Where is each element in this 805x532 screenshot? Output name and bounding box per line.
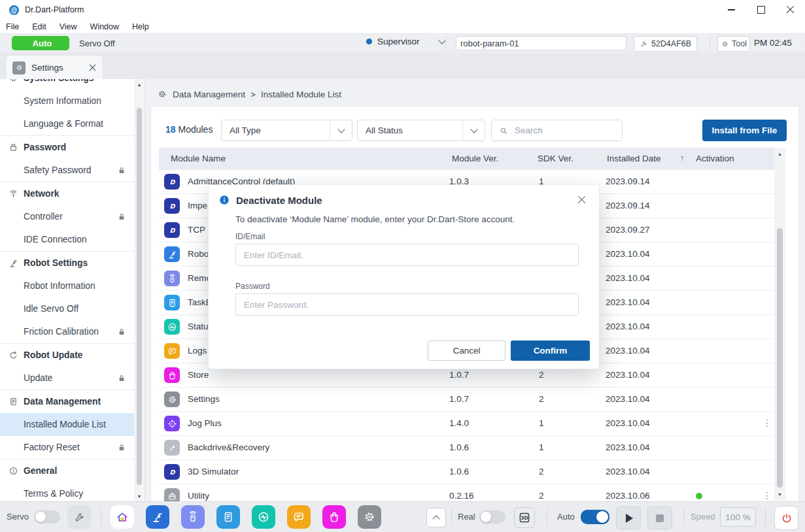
collapse-button[interactable]: [426, 508, 446, 527]
scroll-down-icon[interactable]: ▼: [774, 492, 785, 497]
logs-app-icon[interactable]: [287, 505, 311, 529]
sidebar-item[interactable]: Terms & Policy: [0, 482, 134, 502]
sidebar-item-label: Robot Update: [24, 350, 82, 360]
installed-date: 2023.10.04: [606, 249, 650, 259]
installed-date: 2023.10.04: [606, 467, 650, 476]
sidebar-item[interactable]: Idle Servo Off: [0, 297, 134, 320]
table-row[interactable]: Jog Plus 1.4.0 1 2023.10.04 ⋮: [159, 412, 774, 436]
table-scrollbar[interactable]: ▲ ▼: [774, 148, 785, 501]
sidebar-item[interactable]: Update: [0, 367, 134, 390]
sort-ascending-icon[interactable]: ↑: [680, 154, 684, 163]
sidebar-item[interactable]: System Information: [0, 90, 134, 112]
breadcrumb-section[interactable]: Data Management: [173, 90, 245, 99]
jog-tool-button[interactable]: [67, 505, 91, 529]
sidebar-item-label: General: [24, 466, 57, 476]
col-module-name[interactable]: Module Name: [171, 154, 226, 163]
scroll-down-icon[interactable]: ▼: [134, 494, 145, 499]
select-chevron-zone: [462, 120, 485, 141]
sidebar-item[interactable]: Robot Settings: [0, 251, 134, 274]
sidebar-item[interactable]: Installed Module List: [0, 413, 134, 436]
real-toggle[interactable]: [479, 510, 505, 524]
sidebar-item[interactable]: Safety Password: [0, 159, 134, 182]
table-row[interactable]: Backdrive&Recovery 1.0.6 1 2023.10.04 ⋮: [159, 436, 774, 460]
maximize-button[interactable]: [746, 0, 776, 20]
store-app-icon[interactable]: [322, 505, 346, 529]
power-button[interactable]: [774, 506, 798, 530]
auto-toggle[interactable]: [581, 510, 609, 524]
scroll-up-icon[interactable]: ▲: [774, 152, 785, 156]
device-id-badge[interactable]: 52D4AF6B: [634, 36, 697, 52]
installed-date: 2023.10.04: [606, 322, 650, 331]
row-menu-icon[interactable]: ⋮: [762, 490, 772, 501]
divider: [445, 36, 446, 51]
play-button[interactable]: [616, 507, 641, 529]
status-filter-select[interactable]: All Status: [357, 120, 485, 141]
user-role-dropdown[interactable]: Supervisor: [366, 37, 445, 46]
module-count-number: 18: [165, 124, 176, 135]
3d-view-button[interactable]: [514, 507, 535, 528]
scrollbar-thumb[interactable]: [137, 108, 142, 485]
col-sdk-ver[interactable]: SDK Ver.: [538, 154, 574, 163]
scroll-up-icon[interactable]: ▲: [134, 82, 145, 87]
id-email-field[interactable]: [235, 244, 579, 266]
sidebar-item[interactable]: System Settings: [0, 79, 134, 90]
stop-button[interactable]: [647, 507, 672, 529]
sidebar-item[interactable]: General: [0, 459, 134, 482]
menu-item[interactable]: Help: [132, 22, 149, 31]
dart-module-icon: [164, 222, 180, 238]
sidebar-item[interactable]: Robot Information: [0, 274, 134, 297]
robot-param-field[interactable]: [456, 36, 626, 50]
task-editor-icon: [164, 295, 180, 310]
task-app-icon[interactable]: [216, 505, 240, 529]
type-filter-select[interactable]: All Type: [221, 120, 352, 141]
sidebar-item[interactable]: Password: [0, 135, 134, 159]
bottom-taskbar: Servo: [0, 501, 805, 532]
sidebar-item[interactable]: Network: [0, 182, 134, 205]
confirm-button[interactable]: Confirm: [511, 341, 590, 361]
sidebar-item[interactable]: Friction Calibration: [0, 320, 134, 343]
menu-item[interactable]: File: [6, 22, 19, 31]
menu-item[interactable]: Window: [90, 22, 119, 31]
lock-icon: [117, 374, 126, 383]
robot-app-icon[interactable]: [146, 505, 169, 529]
table-row[interactable]: 3D Simulator 1.0.6 2 2023.10.04 ⋮: [159, 460, 774, 484]
tab-settings[interactable]: Settings: [5, 55, 103, 80]
menu-item[interactable]: Edit: [32, 22, 46, 31]
speed-value[interactable]: 100 %: [720, 507, 756, 527]
lock-icon: [117, 212, 126, 222]
menu-item[interactable]: View: [60, 22, 77, 31]
tool-button[interactable]: Tool: [717, 36, 750, 52]
minimize-button[interactable]: [717, 0, 746, 20]
dialog-close-icon[interactable]: [577, 195, 586, 204]
cancel-button[interactable]: Cancel: [428, 341, 505, 361]
scrollbar-thumb[interactable]: [777, 228, 783, 488]
sidebar-item[interactable]: Language & Format: [0, 112, 134, 135]
col-installed-date[interactable]: Installed Date: [607, 154, 661, 163]
installed-date: 2023.10.04: [606, 442, 650, 452]
sidebar-item[interactable]: Robot Update: [0, 343, 134, 367]
tab-close-icon[interactable]: [89, 64, 96, 71]
settings-app-icon[interactable]: [358, 505, 381, 529]
search-input[interactable]: [513, 125, 622, 136]
col-activation[interactable]: Activation: [696, 154, 734, 163]
sidebar-item[interactable]: Factory Reset: [0, 436, 134, 459]
sidebar-scrollbar[interactable]: ▲ ▼: [134, 79, 145, 502]
remote-app-icon[interactable]: [181, 505, 205, 529]
sidebar-item-label: Installed Module List: [24, 420, 106, 429]
home-app-icon[interactable]: [111, 505, 134, 529]
row-menu-icon[interactable]: ⋮: [762, 418, 772, 428]
col-module-ver[interactable]: Module Ver.: [452, 154, 498, 163]
installed-date: 2023.10.04: [606, 370, 650, 380]
close-button[interactable]: [776, 0, 805, 20]
backdrive-icon: [164, 440, 180, 456]
search-box: [491, 120, 623, 141]
monitor-app-icon[interactable]: [252, 505, 275, 529]
install-from-file-button[interactable]: Install from File: [702, 120, 787, 141]
installed-date: 2023.10.04: [606, 273, 650, 283]
password-field[interactable]: [235, 293, 579, 316]
sidebar-item[interactable]: Controller: [0, 205, 134, 228]
servo-toggle[interactable]: [34, 510, 60, 524]
table-row[interactable]: Settings 1.0.7 2 2023.10.04 ⋮: [159, 388, 774, 412]
sidebar-item[interactable]: Data Management: [0, 390, 134, 413]
sidebar-item[interactable]: IDE Connection: [0, 228, 134, 251]
